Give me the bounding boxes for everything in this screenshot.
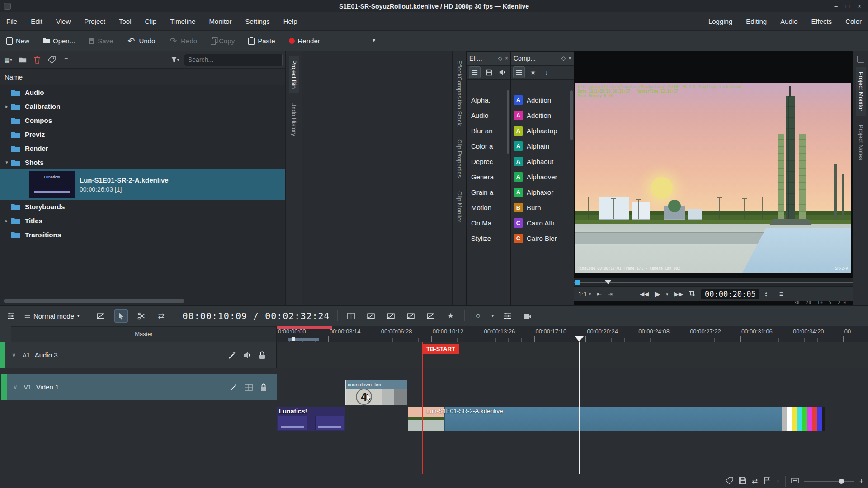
toolbar-button[interactable]: Open... bbox=[43, 37, 75, 45]
bin-folder-row[interactable]: ▾ Shots bbox=[0, 155, 285, 169]
status-save-zone-button[interactable] bbox=[739, 477, 746, 486]
toolbar-button[interactable]: Render bbox=[289, 37, 320, 45]
dock-tab[interactable]: Effect/Composition Stack bbox=[454, 56, 465, 130]
workspace-item[interactable]: Logging bbox=[708, 18, 732, 25]
dock-tab[interactable]: Project Notes bbox=[856, 120, 866, 164]
dock-tab[interactable]: Clip Properties bbox=[454, 135, 465, 182]
dock-tab[interactable]: Clip Monitor bbox=[454, 187, 465, 227]
track-arm-indicator[interactable] bbox=[0, 342, 5, 368]
status-swap-button[interactable]: ⇄ bbox=[752, 478, 758, 485]
render-chevron-icon[interactable]: ▾ bbox=[373, 37, 375, 43]
timeline-clip-main[interactable]: Lun-S1E01-SR-2-A.kdenlive bbox=[408, 407, 825, 431]
bin-folder-row[interactable]: Render bbox=[0, 141, 285, 155]
zoom-slider-knob[interactable] bbox=[839, 479, 844, 484]
track-thumbnails-icon[interactable] bbox=[245, 383, 253, 391]
menu-item[interactable]: Edit bbox=[31, 18, 42, 25]
status-flag-button[interactable] bbox=[763, 477, 771, 486]
play-options-chevron-icon[interactable]: ▾ bbox=[666, 292, 669, 296]
menu-item[interactable]: Settings bbox=[245, 18, 270, 25]
selection-tool-button[interactable] bbox=[114, 309, 128, 323]
toolbar-button[interactable]: New bbox=[6, 37, 29, 45]
effects-scrollbar[interactable] bbox=[507, 90, 509, 154]
composition-item[interactable]: B Burn bbox=[511, 200, 574, 215]
transition-button-2[interactable] bbox=[385, 310, 397, 322]
razor-tool-button[interactable] bbox=[135, 310, 148, 322]
track-effects-icon[interactable] bbox=[228, 351, 236, 359]
timeline-zone-handle[interactable] bbox=[292, 337, 295, 341]
track-size-button[interactable] bbox=[5, 310, 17, 322]
workspace-item[interactable]: Editing bbox=[746, 18, 767, 25]
zoom-fit-button[interactable] bbox=[791, 477, 799, 486]
timeline-timecode[interactable]: 00:00:10:09 / 00:02:32:24 bbox=[183, 310, 330, 321]
bin-delete-button[interactable] bbox=[32, 54, 42, 65]
toolbar-button[interactable]: Undo bbox=[127, 37, 155, 46]
edit-mode-select[interactable]: Normal mode ▾ bbox=[24, 312, 80, 320]
menu-item[interactable]: Clip bbox=[145, 18, 157, 25]
window-control-button[interactable]: × bbox=[854, 2, 864, 10]
menu-item[interactable]: View bbox=[56, 18, 71, 25]
workspace-item[interactable]: Color bbox=[845, 18, 862, 25]
track-collapse-icon[interactable]: ∨ bbox=[7, 384, 18, 390]
bin-horizontal-scrollbar[interactable] bbox=[4, 299, 184, 303]
dock-tab[interactable]: Undo History bbox=[289, 98, 299, 141]
bin-add-folder-button[interactable] bbox=[17, 54, 28, 65]
bin-folder-row[interactable]: Audio bbox=[0, 85, 285, 99]
effect-category-item[interactable]: Motion bbox=[467, 200, 511, 215]
bin-filter-button[interactable]: ▾ bbox=[170, 54, 180, 65]
effect-category-item[interactable]: Audio bbox=[467, 108, 511, 123]
master-track-button[interactable]: Master bbox=[11, 326, 277, 342]
monitor-video-frame[interactable]: File /project/terry/Lunatics/Production/… bbox=[575, 83, 851, 273]
compositions-scrollbar[interactable] bbox=[570, 90, 573, 140]
dock-options-icon[interactable] bbox=[857, 56, 864, 63]
toolbar-button[interactable]: Copy bbox=[211, 37, 235, 45]
bin-folder-row[interactable]: Transitions bbox=[0, 228, 285, 242]
effect-category-item[interactable]: On Ma bbox=[467, 215, 511, 230]
track-lock-icon[interactable] bbox=[258, 351, 266, 359]
record-button[interactable]: ○ bbox=[472, 310, 485, 322]
track-header[interactable]: ∨ V1 Video 1 bbox=[7, 374, 277, 400]
bin-folder-row[interactable]: Previz bbox=[0, 127, 285, 141]
effect-category-item[interactable]: Stylize bbox=[467, 230, 511, 246]
bin-clip-row[interactable]: Lunatics! Lun-S1E01-SR-2-A.kdenlive 00:0… bbox=[0, 169, 285, 200]
menu-item[interactable]: File bbox=[6, 18, 17, 25]
forward-button[interactable]: ▶▶ bbox=[674, 291, 683, 297]
effect-category-item[interactable]: Alpha, bbox=[467, 92, 511, 108]
timeline-zoom-slider[interactable] bbox=[804, 481, 854, 482]
track-mute-icon[interactable] bbox=[243, 351, 251, 359]
track-lock-icon[interactable] bbox=[259, 383, 268, 391]
composition-item[interactable]: A Alphaover bbox=[511, 169, 574, 184]
zone-out-button[interactable]: ⇥ bbox=[608, 291, 613, 297]
transition-button-4[interactable] bbox=[425, 310, 437, 322]
timeline-guide-label[interactable]: TB-START bbox=[422, 344, 459, 354]
transition-button-3[interactable] bbox=[405, 310, 417, 322]
close-panel-icon[interactable]: × bbox=[505, 55, 508, 61]
track-lane[interactable] bbox=[277, 342, 868, 368]
bin-search-input[interactable] bbox=[184, 54, 283, 66]
menu-item[interactable]: Tool bbox=[119, 18, 132, 25]
menu-item[interactable]: Monitor bbox=[209, 18, 231, 25]
playhead-handle[interactable] bbox=[575, 336, 584, 342]
monitor-zone-marker[interactable] bbox=[575, 280, 580, 285]
effects-save-button[interactable] bbox=[483, 67, 494, 78]
bin-folder-row[interactable]: Compos bbox=[0, 113, 285, 127]
track-collapse-icon[interactable]: ∨ bbox=[5, 352, 16, 358]
favorite-effects-button[interactable]: ★ bbox=[444, 310, 457, 322]
timeline-clip-countdown[interactable]: countdown_tim 4 bbox=[346, 380, 407, 405]
status-tag-button[interactable] bbox=[726, 477, 733, 486]
status-up-button[interactable]: ↑ bbox=[776, 478, 780, 485]
zone-in-button[interactable]: ⇤ bbox=[597, 291, 602, 297]
track-name[interactable]: Video 1 bbox=[36, 383, 59, 391]
mixer-button[interactable] bbox=[501, 310, 514, 322]
bin-folder-row[interactable]: ▸ Calibration bbox=[0, 99, 285, 113]
bin-tag-button[interactable] bbox=[46, 54, 57, 65]
zone-crop-button[interactable] bbox=[689, 290, 695, 298]
composition-item[interactable]: A Addition_ bbox=[511, 108, 574, 123]
bin-name-header[interactable]: Name bbox=[0, 69, 285, 85]
spacer-tool-button[interactable]: ⇄ bbox=[155, 310, 168, 322]
compositions-favorites-button[interactable]: ★ bbox=[528, 67, 538, 78]
toolbar-button[interactable]: Paste bbox=[248, 37, 275, 45]
mix-tool-button[interactable] bbox=[94, 310, 107, 322]
play-button[interactable]: ▶ bbox=[655, 290, 660, 298]
composition-item[interactable]: A Alphaatop bbox=[511, 123, 574, 138]
close-panel-icon[interactable]: × bbox=[568, 55, 571, 61]
